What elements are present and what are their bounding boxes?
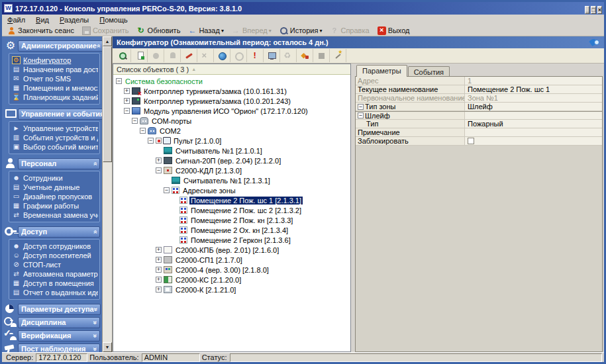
tree-node[interactable]: +Сигнал-20П (вер. 2.04) [2.1.2.0] (113, 156, 350, 165)
sidebar-item[interactable]: ▦Доступ в помещения (11, 279, 98, 288)
expand-plus-icon[interactable]: + (156, 287, 162, 293)
property-value[interactable]: Шлейф (465, 103, 602, 111)
collapse-chevron-icon[interactable]: » (91, 230, 99, 234)
dropdown-arrow-icon[interactable]: ▾ (319, 28, 322, 34)
tree-node[interactable]: +С2000-К [2.1.21.0] (113, 285, 350, 295)
sidebar-item[interactable]: ⌛Планировщик заданий (11, 93, 98, 102)
sidebar-section-key[interactable]: Доступ» (3, 226, 100, 238)
scroll-down-button[interactable]: ▼ (103, 342, 112, 352)
tree-node-label[interactable]: С2000-К [2.1.21.0] (174, 286, 237, 294)
globe-button[interactable] (214, 49, 230, 62)
dropdown-arrow-icon[interactable]: ▾ (269, 28, 272, 34)
tree-node[interactable]: +С2000-4 (вер. 3.00) [2.1.8.0] (113, 265, 350, 275)
property-value[interactable] (465, 137, 602, 145)
tree-node-label[interactable]: Контроллер турникета/замка (10.0.161.31) (142, 87, 288, 95)
collapse-minus-icon[interactable]: − (358, 104, 364, 110)
expand-chevron-icon[interactable]: » (91, 334, 99, 338)
collapse-minus-icon[interactable]: − (358, 113, 364, 118)
sidebar-item[interactable]: ☺Доступ посетителей (11, 251, 98, 260)
sidebar-section-gear[interactable]: Администрирование» (3, 40, 100, 52)
tree-node[interactable]: −Система безопасности (113, 76, 350, 86)
sidebar-section-globe-clock[interactable]: Параметры доступа» (3, 303, 100, 315)
sidebar-item[interactable]: ▦Графики работы (11, 201, 98, 210)
sidebar-item[interactable]: ▥События устройств и дейст... (11, 133, 98, 142)
sidebar-item[interactable]: ►Управление устройствами и... (11, 124, 98, 133)
edit-pencil-button[interactable] (181, 49, 197, 62)
tree-node[interactable]: Считыватель №1 [2.1.0.1] (113, 146, 350, 156)
section-header-bar[interactable]: Верификация» (18, 330, 100, 341)
tree-node-label[interactable]: Считыватель №1 [2.1.0.1] (174, 147, 264, 155)
tree-node-label[interactable]: С2000-4 (вер. 3.00) [2.1.8.0] (174, 266, 270, 274)
section-header-bar[interactable]: Пост наблюдения» (18, 343, 100, 353)
blocked-checkbox[interactable] (468, 138, 474, 144)
sidebar-item[interactable]: ☻Доступ сотрудников (11, 242, 98, 251)
tree-node-label[interactable]: Система безопасности (124, 77, 204, 85)
tree-node[interactable]: Помещение 2 Ох. кн [2.1.3.4] (113, 225, 350, 235)
search-device-button[interactable] (115, 49, 131, 62)
tree-node[interactable]: −COM2 (113, 126, 350, 136)
section-header-bar[interactable]: Параметры доступа» (18, 304, 101, 315)
expand-plus-icon[interactable]: + (156, 158, 162, 163)
tree-node[interactable]: Помещение 2 Пож. шс 1 [2.1.3.1] (113, 195, 350, 205)
tree-node[interactable]: −Пульт [2.1.0.0] (113, 136, 350, 146)
collapse-minus-icon[interactable]: − (164, 187, 170, 193)
expand-chevron-icon[interactable]: » (91, 320, 99, 324)
tree-node[interactable]: +Контроллер турникета/замка (10.0.161.31… (113, 86, 350, 96)
tree-node[interactable]: Помещение 2 Пож. шс 2 [2.1.3.2] (113, 205, 350, 215)
tree-node[interactable]: Помещение 2 Пож. кн [2.1.3.3] (113, 215, 350, 225)
tree-node-label[interactable]: Помещение 2 Пож. шс 2 [2.1.3.2] (189, 206, 303, 214)
tree-node[interactable]: −С2000-КДЛ [2.1.3.0] (113, 165, 350, 175)
tree-node-label[interactable]: Помещение 2 Пож. шс 1 [2.1.3.1] (189, 197, 303, 205)
tree-node-label[interactable]: COM-порты (150, 117, 193, 125)
закончить-сеанс-button[interactable]: Закончить сеанс (3, 25, 78, 36)
section-header-bar[interactable]: Доступ» (18, 226, 100, 238)
tree-node-label[interactable]: С2000-КС [2.1.20.0] (174, 276, 242, 284)
tree-node-label[interactable]: Модуль управления ИСО "Орион" (172.17.0.… (142, 107, 309, 115)
tab-параметры[interactable]: Параметры (356, 65, 407, 77)
expand-plus-icon[interactable]: + (156, 257, 162, 263)
sidebar-item[interactable]: ⊘СТОП-лист (11, 260, 98, 269)
menu-помощь[interactable]: Помощь (94, 15, 133, 24)
tree-node[interactable]: +С2000-КС [2.1.20.0] (113, 275, 350, 285)
collapse-minus-icon[interactable]: − (156, 167, 162, 173)
sidebar-item[interactable]: ▭Дизайнер пропусков (11, 192, 98, 201)
tree-node[interactable]: −Адресные зоны (113, 185, 350, 195)
section-header-bar[interactable]: Персонал» (18, 158, 100, 169)
property-value[interactable] (465, 112, 602, 119)
sidebar-item[interactable]: ▤Отчет о выданных идентиф... (11, 288, 98, 297)
collapse-minus-icon[interactable]: − (148, 138, 154, 144)
collapse-chevron-icon[interactable]: » (95, 44, 102, 48)
tree-node[interactable]: +С2000-КПБ (вер. 2.01) [2.1.6.0] (113, 245, 350, 255)
tree-node[interactable]: Считыватель №1 [2.1.3.1] (113, 175, 350, 185)
выход-button[interactable]: Выход (374, 25, 414, 36)
tree-node-label[interactable]: Помещение 2 Геркон [2.1.3.6] (189, 236, 292, 244)
minimize-button[interactable]: _ (585, 6, 589, 14)
scrollbar-track[interactable] (103, 46, 112, 342)
section-header-bar[interactable]: Администрирование» (18, 40, 102, 52)
expand-chevron-icon[interactable]: » (91, 347, 99, 351)
sidebar-item[interactable]: ▤Назначение прав доступа о... (11, 65, 98, 74)
scrollbar-thumb[interactable] (103, 46, 112, 162)
wizard-wand-button[interactable] (330, 49, 346, 62)
tree-node-label[interactable]: Считыватель №1 [2.1.3.1] (182, 177, 272, 185)
close-button[interactable]: × (597, 6, 602, 14)
tree-node[interactable]: −COM-порты (113, 116, 350, 126)
maximize-button[interactable]: □ (591, 6, 595, 14)
sidebar-section-clock-person[interactable]: Дисциплина» (3, 316, 100, 328)
tree-node-label[interactable]: COM2 (158, 127, 182, 135)
tab-события[interactable]: События (408, 66, 450, 77)
tree-node-label[interactable]: Помещение 2 Ох. кн [2.1.3.4] (189, 226, 289, 234)
collapse-minus-icon[interactable]: − (132, 118, 138, 124)
menu-разделы[interactable]: Разделы (54, 15, 94, 24)
section-header-bar[interactable]: Дисциплина» (18, 317, 100, 328)
tree-header[interactable]: Список объектов ( 3 ) ▲ (113, 64, 350, 75)
menu-вид[interactable]: Вид (30, 15, 54, 24)
tree-node[interactable]: +С2000-СП1 [2.1.7.0] (113, 255, 350, 265)
collapse-minus-icon[interactable]: − (140, 128, 146, 134)
история-button[interactable]: История▾ (276, 25, 327, 36)
sidebar-section-camera[interactable]: Пост наблюдения» (3, 343, 100, 352)
sidebar-item[interactable]: ⇄Временная замена учетных ... (11, 210, 98, 220)
sidebar-item[interactable]: ⚙Конфигуратор (11, 56, 98, 65)
tree-node-label[interactable]: С2000-СП1 [2.1.7.0] (174, 256, 244, 264)
property-value[interactable]: Помещение 2 Пож. шс 1 (465, 85, 602, 93)
